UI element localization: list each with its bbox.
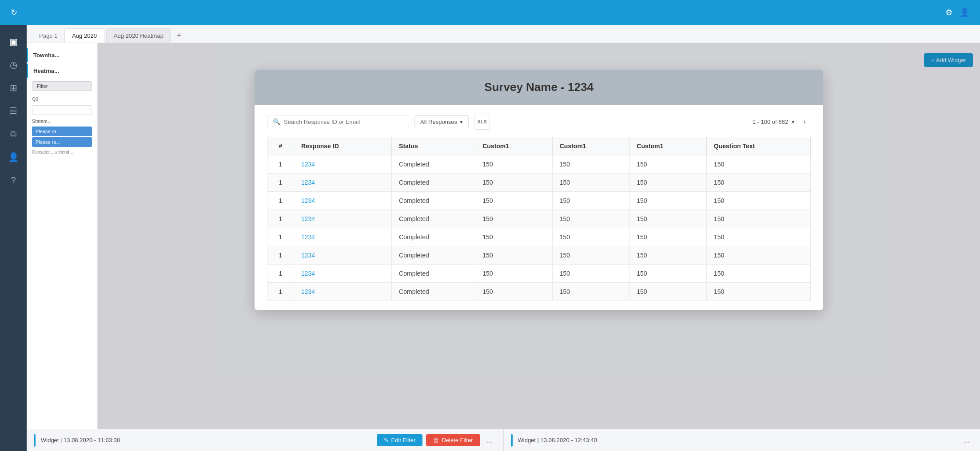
cell-response-id[interactable]: 1234 [294,210,392,228]
col-header-question-text: Question Text [706,137,810,155]
cell-custom1-a: 150 [475,155,553,174]
left-panel-section-heatmap: Heatma... [27,64,97,78]
xls-export-button[interactable]: XLS [474,114,490,130]
table-row: 1 1234 Completed 150 150 150 150 [267,265,811,283]
cell-custom1-b: 150 [552,174,629,192]
sidebar: ▣ ◷ ⊞ ☰ ⧉ 👤 ? [0,25,27,451]
cell-response-id[interactable]: 1234 [294,265,392,283]
sidebar-item-dashboard[interactable]: ▣ [4,32,23,51]
cell-num: 1 [267,192,294,210]
widget-panel-2: Widget | 13.08.2020 - 12:43:40 ... [504,429,980,451]
search-input[interactable] [284,119,403,125]
tab-aug2020heatmap[interactable]: Aug 2020 Heatmap [106,28,171,43]
col-header-status: Status [392,137,475,155]
refresh-icon[interactable]: ↻ [11,8,17,17]
widget-more-button-2[interactable]: ... [960,434,973,447]
col-header-num: # [267,137,294,155]
cell-num: 1 [267,246,294,265]
cell-num: 1 [267,283,294,301]
cell-response-id[interactable]: 1234 [294,246,392,265]
data-table: # Response ID Status Custom1 Custom1 Cus… [267,137,811,301]
page-layout: Townha... Heatma... Filter Q3 Statem... … [27,43,980,451]
sidebar-item-widgets[interactable]: ⊞ [4,78,23,98]
cell-custom1-a: 150 [475,246,553,265]
analytics-icon: ◷ [10,59,17,70]
cell-question-text: 150 [706,174,810,192]
reports-icon: ☰ [9,106,17,116]
sidebar-item-analytics[interactable]: ◷ [4,55,23,75]
cell-response-id[interactable]: 1234 [294,174,392,192]
edit-filter-label: Edit Filter [391,437,416,443]
table-row: 1 1234 Completed 150 150 150 150 [267,283,811,301]
left-panel-q3-label: Q3 [27,95,97,103]
col-header-custom1-b: Custom1 [552,137,629,155]
search-box: 🔍 [267,115,409,128]
user-icon[interactable]: 👤 [960,8,969,17]
cell-response-id[interactable]: 1234 [294,228,392,246]
q3-input[interactable] [32,105,92,115]
modal-title: Survey Name - 1234 [269,80,809,94]
cell-custom1-c: 150 [629,283,707,301]
filter-dropdown[interactable]: All Responses ▾ [414,115,469,128]
tab-bar: Page 1 Aug 2020 Aug 2020 Heatmap + [27,25,980,43]
top-bar: ↻ ⚙ 👤 [0,0,980,25]
cell-custom1-a: 150 [475,228,553,246]
cell-num: 1 [267,210,294,228]
cell-question-text: 150 [706,283,810,301]
chevron-down-icon: ▾ [460,119,463,125]
tab-aug2020[interactable]: Aug 2020 [64,28,104,43]
dashboard-icon: ▣ [9,36,18,47]
rate-button-2[interactable]: Please ra... [32,137,92,147]
cell-status: Completed [392,155,475,174]
edit-filter-button[interactable]: ✎ Edit Filter [377,434,423,446]
delete-icon: 🗑 [433,437,439,443]
page-label: Page 1 [34,29,63,43]
users-icon: 👤 [8,152,19,162]
sidebar-item-help[interactable]: ? [4,170,23,190]
rate-button-1[interactable]: Please ra... [32,127,92,136]
cell-custom1-b: 150 [552,210,629,228]
cell-custom1-c: 150 [629,174,707,192]
table-row: 1 1234 Completed 150 150 150 150 [267,155,811,174]
widget-text-2: Widget | 13.08.2020 - 12:43:40 [518,437,597,443]
sidebar-item-users[interactable]: 👤 [4,147,23,167]
widgets-icon: ⊞ [10,83,17,93]
pagination-text: 1 - 100 of 662 [753,119,788,125]
widget-indicator-1 [34,434,36,447]
cell-question-text: 150 [706,192,810,210]
sidebar-item-reports[interactable]: ☰ [4,101,23,121]
col-header-custom1-c: Custom1 [629,137,707,155]
cell-custom1-c: 150 [629,210,707,228]
cell-question-text: 150 [706,155,810,174]
help-icon: ? [11,175,16,186]
sidebar-item-layers[interactable]: ⧉ [4,124,23,144]
widget-more-button-1[interactable]: ... [484,434,496,447]
modal-header: Survey Name - 1234 [255,70,823,105]
table-row: 1 1234 Completed 150 150 150 150 [267,174,811,192]
cell-response-id[interactable]: 1234 [294,155,392,174]
settings-icon[interactable]: ⚙ [945,8,952,17]
next-page-button[interactable]: › [798,115,811,128]
cell-custom1-b: 150 [552,192,629,210]
filter-button[interactable]: Filter [32,81,92,91]
chevron-down-icon-pagination[interactable]: ▾ [792,119,795,125]
cell-num: 1 [267,155,294,174]
consider-text: Consider... a friend... [27,148,97,156]
cell-num: 1 [267,228,294,246]
cell-custom1-b: 150 [552,155,629,174]
tab-add-button[interactable]: + [173,29,185,42]
cell-question-text: 150 [706,228,810,246]
delete-filter-button[interactable]: 🗑 Delete Filter [426,434,480,446]
cell-status: Completed [392,246,475,265]
cell-status: Completed [392,174,475,192]
cell-custom1-b: 150 [552,265,629,283]
cell-custom1-c: 150 [629,265,707,283]
cell-num: 1 [267,265,294,283]
filter-bar: 🔍 All Responses ▾ XLS 1 - 10 [267,114,811,130]
cell-response-id[interactable]: 1234 [294,192,392,210]
table-row: 1 1234 Completed 150 150 150 150 [267,192,811,210]
col-header-custom1-a: Custom1 [475,137,553,155]
cell-custom1-c: 150 [629,246,707,265]
left-panel: Townha... Heatma... Filter Q3 Statem... … [27,43,98,451]
cell-response-id[interactable]: 1234 [294,283,392,301]
